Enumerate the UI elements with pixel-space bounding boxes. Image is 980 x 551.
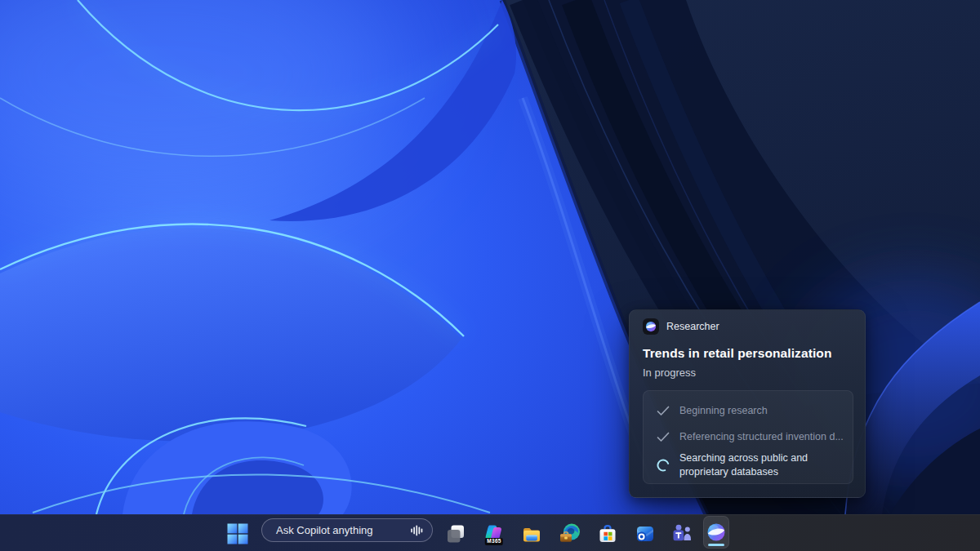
check-icon — [655, 406, 671, 416]
desktop: Researcher Trends in retail personalizat… — [0, 0, 980, 551]
researcher-app-icon — [643, 318, 659, 335]
step-label: Searching across public and proprietary … — [679, 451, 828, 478]
taskbar-m365-copilot-button[interactable]: M365 — [479, 518, 510, 549]
file-explorer-icon — [521, 523, 542, 544]
progress-steps-panel: Beginning research Referencing structure… — [643, 390, 853, 484]
taskbar-edge-business-button[interactable] — [555, 518, 586, 549]
card-title: Trends in retail personalization — [643, 346, 831, 361]
microsoft-store-icon — [597, 523, 618, 544]
search-placeholder: Ask Copilot anything — [276, 524, 410, 536]
taskbar-researcher-button[interactable] — [703, 516, 729, 549]
taskbar-task-view-button[interactable] — [440, 518, 471, 549]
step-row: Searching across public and proprietary … — [644, 451, 828, 478]
taskbar: Ask Copilot anything — [0, 514, 980, 551]
step-row: Beginning research — [644, 404, 768, 418]
app-name: Researcher — [666, 321, 719, 332]
taskbar-store-button[interactable] — [592, 518, 623, 549]
outlook-icon — [635, 523, 656, 544]
card-header: Researcher — [643, 318, 719, 335]
check-icon — [655, 432, 671, 442]
taskbar-outlook-button[interactable] — [630, 518, 661, 549]
taskbar-teams-button[interactable] — [667, 518, 698, 549]
teams-icon — [672, 523, 693, 544]
researcher-sphere-icon — [706, 522, 726, 542]
copilot-search-box[interactable]: Ask Copilot anything — [261, 518, 433, 542]
start-button[interactable] — [222, 518, 253, 549]
researcher-progress-card[interactable]: Researcher Trends in retail personalizat… — [629, 309, 866, 498]
step-row: Referencing structured invention d... — [644, 430, 844, 444]
active-app-indicator — [708, 544, 724, 546]
m365-badge: M365 — [485, 538, 503, 545]
step-label: Beginning research — [679, 404, 768, 418]
spinner-icon — [655, 459, 671, 472]
step-label: Referencing structured invention d... — [679, 430, 844, 444]
taskbar-file-explorer-button[interactable] — [516, 518, 547, 549]
voice-waveform-icon[interactable] — [410, 524, 423, 537]
windows-logo-icon — [227, 523, 248, 544]
task-view-icon — [445, 523, 466, 544]
researcher-sphere-icon — [645, 321, 657, 332]
card-status: In progress — [643, 367, 696, 379]
edge-for-business-icon — [559, 523, 581, 544]
